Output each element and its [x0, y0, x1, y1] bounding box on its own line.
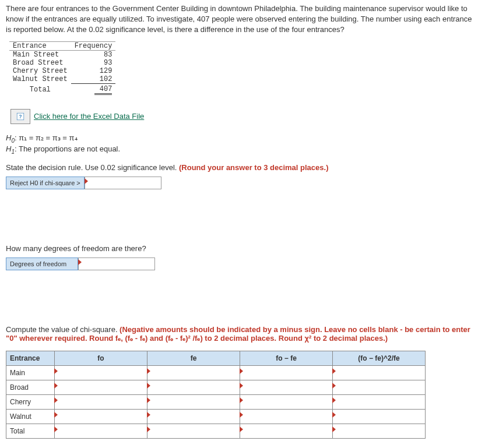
chi-input-diff[interactable] [240, 395, 332, 409]
freq-total-row: Total 407 [9, 83, 115, 95]
freq-value: 93 [71, 59, 116, 67]
chi-input-fe[interactable] [147, 424, 240, 438]
pointer-icon [147, 368, 150, 374]
chi-input-ratio[interactable] [333, 395, 425, 409]
freq-name: Broad Street [9, 59, 71, 67]
freq-header-frequency: Frequency [71, 41, 116, 50]
chi-row-label: Broad [6, 380, 55, 394]
chi-input-fo[interactable] [55, 380, 147, 394]
pointer-icon [54, 412, 58, 418]
freq-row: Walnut Street 102 [9, 75, 115, 84]
table-row-total: Total [6, 424, 426, 438]
df-input[interactable] [79, 258, 154, 270]
chi-row-label: Walnut [6, 409, 55, 424]
chi-input-fe[interactable] [147, 366, 240, 380]
freq-name: Main Street [9, 50, 71, 59]
freq-total-value: 407 [94, 85, 112, 95]
alt-hypothesis: H1: The proportions are not equal. [6, 144, 472, 155]
pointer-icon [332, 426, 336, 432]
freq-value: 129 [71, 67, 116, 75]
pointer-icon [78, 259, 82, 265]
chi-row-label: Main [6, 365, 55, 380]
freq-value: 102 [71, 75, 116, 84]
pointer-icon [332, 412, 336, 418]
chi-input-fo[interactable] [55, 424, 147, 438]
pointer-icon [54, 368, 58, 374]
freq-row: Broad Street 93 [9, 59, 115, 67]
chi-header-fe: fe [147, 351, 240, 365]
reject-label: Reject H0 if chi-square > [6, 177, 85, 189]
pointer-icon [240, 383, 243, 389]
chi-input-diff[interactable] [240, 410, 332, 424]
chi-input-fe[interactable] [147, 380, 240, 394]
chi-input-fe[interactable] [147, 395, 240, 409]
chi-square-table: Entrance fo fe fo − fe (fo − fe)^2/fe Ma… [6, 351, 426, 439]
null-hypothesis: H0: π₁ = π₂ = π₃ = π₄ [6, 133, 472, 144]
chi-input-diff[interactable] [240, 424, 332, 438]
chi-square-instructions: Compute the value of chi-square. (Negati… [6, 325, 472, 343]
svg-text:?: ? [19, 114, 22, 119]
chi-header-entrance: Entrance [6, 351, 55, 365]
pointer-icon [332, 368, 336, 374]
pointer-icon [332, 397, 336, 403]
chi-header-diff: fo − fe [240, 351, 333, 365]
pointer-icon [147, 426, 150, 432]
chi-input-fe[interactable] [147, 410, 240, 424]
freq-name: Cherry Street [9, 67, 71, 75]
freq-header-entrance: Entrance [9, 41, 71, 50]
chi-input-fo[interactable] [55, 395, 147, 409]
pointer-icon [54, 397, 58, 403]
df-input-wrapper [78, 257, 155, 270]
df-label: Degrees of freedom [6, 257, 78, 270]
help-icon: ? [16, 112, 24, 121]
table-row: Cherry [6, 394, 426, 409]
freq-row: Main Street 83 [9, 50, 115, 59]
chi-input-fo[interactable] [55, 366, 147, 380]
chi-input-ratio[interactable] [333, 410, 425, 424]
freq-value: 83 [71, 50, 116, 59]
table-row: Walnut [6, 409, 426, 424]
pointer-icon [147, 397, 150, 403]
frequency-table: Entrance Frequency Main Street 83 Broad … [9, 41, 115, 95]
freq-row: Cherry Street 129 [9, 67, 115, 75]
chi-input-diff[interactable] [240, 366, 332, 380]
pointer-icon [85, 178, 88, 184]
freq-name: Walnut Street [9, 75, 71, 84]
chi-input-ratio[interactable] [333, 366, 425, 380]
excel-file-button[interactable]: ? [10, 109, 30, 124]
chi-input-ratio[interactable] [333, 380, 425, 394]
pointer-icon [54, 383, 58, 389]
pointer-icon [240, 412, 243, 418]
excel-data-link[interactable]: Click here for the Excel Data File [34, 112, 144, 121]
decision-rule-prompt: State the decision rule. Use 0.02 signif… [6, 163, 472, 172]
pointer-icon [240, 397, 243, 403]
problem-statement: There are four entrances to the Governme… [6, 3, 472, 36]
pointer-icon [54, 426, 58, 432]
chi-input-diff[interactable] [240, 380, 332, 394]
chi-input-ratio[interactable] [333, 424, 425, 438]
chi-header-ratio: (fo − fe)^2/fe [333, 351, 426, 365]
chi-square-critical-input[interactable] [85, 177, 161, 189]
table-row: Broad [6, 380, 426, 394]
chi-input-fo[interactable] [55, 410, 147, 424]
freq-total-label: Total [9, 83, 71, 95]
pointer-icon [147, 383, 150, 389]
pointer-icon [240, 426, 243, 432]
chi-row-label: Total [6, 424, 55, 438]
pointer-icon [147, 412, 150, 418]
pointer-icon [240, 368, 243, 374]
chi-header-fo: fo [55, 351, 147, 365]
chi-square-critical-input-wrapper [85, 177, 161, 189]
table-row: Main [6, 365, 426, 380]
pointer-icon [332, 383, 336, 389]
df-question: How many degrees of freedom are there? [6, 244, 472, 253]
chi-row-label: Cherry [6, 394, 55, 409]
